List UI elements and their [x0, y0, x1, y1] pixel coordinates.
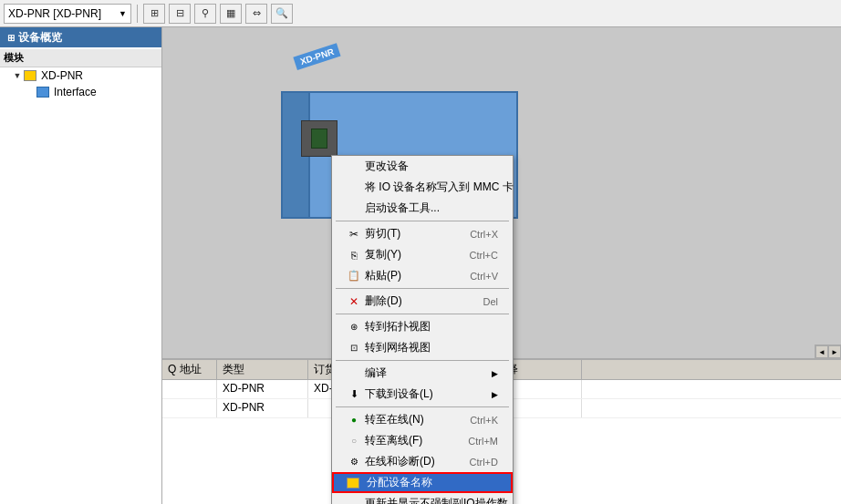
cut-shortcut: Ctrl+X — [470, 229, 498, 240]
menu-item-diag[interactable]: ⚙ 在线和诊断(D) Ctrl+D — [332, 451, 513, 472]
cell-type-1: XD-PNR — [217, 399, 308, 417]
menu-label-write-mmc: 将 IO 设备名称写入到 MMC 卡 — [365, 180, 514, 195]
go-online-icon: ● — [347, 415, 361, 425]
menu-sep-1 — [336, 221, 509, 221]
tree-item-interface[interactable]: ▶ Interface — [0, 84, 161, 100]
menu-label-assign-name: 分配设备名称 — [367, 475, 432, 490]
col-header-addr: Q 地址 — [162, 360, 217, 379]
menu-item-cut[interactable]: ✂ 剪切(T) Ctrl+X — [332, 223, 513, 244]
grid-button-2[interactable]: ⊟ — [169, 4, 191, 24]
expand-icon-xd-pnr[interactable]: ▼ — [13, 71, 22, 80]
main-toolbar: XD-PNR [XD-PNR] ▼ ⊞ ⊟ ⚲ ▦ ⇔ 🔍 — [0, 0, 841, 27]
download-icon: ⬇ — [347, 388, 361, 400]
paste-icon: 📋 — [347, 270, 361, 282]
menu-label-paste: 粘贴(P) — [365, 268, 401, 283]
dropdown-value: XD-PNR [XD-PNR] — [8, 7, 119, 20]
menu-sep-2 — [336, 288, 509, 289]
menu-item-assign-name[interactable]: 分配设备名称 — [332, 472, 513, 493]
device-overview-header: ⊞ 设备概览 — [0, 27, 161, 47]
menu-label-change-device: 更改设备 — [365, 159, 409, 174]
menu-label-download: 下载到设备(L) — [365, 386, 433, 402]
assign-icon — [347, 478, 359, 489]
menu-item-write-mmc[interactable]: 将 IO 设备名称写入到 MMC 卡 — [332, 177, 513, 198]
diag-icon: ⚙ — [347, 457, 361, 467]
network-view-icon: ⊡ — [347, 343, 361, 353]
left-panel: ⊞ 设备概览 模块 ▼ XD-PNR ▶ Interface — [0, 27, 162, 504]
scroll-right-icon[interactable]: ► — [828, 345, 841, 358]
cell-addr-0 — [162, 380, 217, 398]
device-dropdown[interactable]: XD-PNR [XD-PNR] ▼ — [4, 4, 131, 24]
menu-item-go-online[interactable]: ● 转至在线(N) Ctrl+K — [332, 409, 513, 430]
scroll-button[interactable]: ⇔ — [245, 4, 267, 24]
expand-icon-interface: ▶ — [26, 87, 35, 97]
menu-item-paste[interactable]: 📋 粘贴(P) Ctrl+V — [332, 265, 513, 286]
menu-item-network-view[interactable]: ⊡ 转到网络视图 — [332, 337, 513, 358]
separator1 — [137, 5, 138, 23]
cpu-icon — [24, 70, 36, 81]
menu-label-update-io: 更新并显示不强制副IO操作数 — [365, 496, 508, 504]
paste-shortcut: Ctrl+V — [470, 271, 498, 282]
menu-item-go-offline[interactable]: ○ 转至离线(F) Ctrl+M — [332, 430, 513, 451]
menu-label-diag: 在线和诊断(D) — [365, 454, 435, 469]
go-online-shortcut: Ctrl+K — [470, 415, 498, 426]
main-area: ⊞ 设备概览 模块 ▼ XD-PNR ▶ Interface — [0, 27, 841, 504]
go-offline-icon: ○ — [347, 436, 361, 446]
menu-item-copy[interactable]: ⎘ 复制(Y) Ctrl+C — [332, 244, 513, 265]
menu-label-compile: 编译 — [365, 365, 387, 381]
right-panel: XD-PNR DP-NORM ◄ ► — [162, 27, 841, 504]
diag-shortcut: Ctrl+D — [470, 457, 498, 468]
menu-label-cut: 剪切(T) — [365, 226, 400, 242]
menu-item-topology[interactable]: ⊛ 转到拓扑视图 — [332, 316, 513, 337]
tree-header: 模块 — [0, 49, 161, 67]
copy-shortcut: Ctrl+C — [470, 250, 498, 261]
cell-addr-1 — [162, 399, 217, 417]
menu-label-copy: 复制(Y) — [365, 247, 401, 262]
tree-item-xd-pnr[interactable]: ▼ XD-PNR — [0, 67, 161, 84]
scroll-left-icon[interactable]: ◄ — [815, 345, 828, 358]
zoom-search-button[interactable]: 🔍 — [271, 4, 293, 24]
dropdown-arrow-icon[interactable]: ▼ — [119, 9, 127, 18]
menu-item-update-io[interactable]: 更新并显示不强制副IO操作数 — [332, 493, 513, 504]
menu-item-compile[interactable]: 编译 — [332, 363, 513, 384]
cpu-module — [301, 120, 337, 157]
cell-type-0: XD-PNR — [217, 380, 308, 398]
menu-label-delete: 删除(D) — [365, 293, 402, 309]
overview-title: 设备概览 — [18, 30, 62, 46]
menu-item-download[interactable]: ⬇ 下载到设备(L) — [332, 384, 513, 405]
zoom-button[interactable]: ⚲ — [194, 4, 216, 24]
delete-icon: ✕ — [347, 295, 361, 308]
context-menu: 更改设备 将 IO 设备名称写入到 MMC 卡 启动设备工具... — [331, 155, 514, 504]
menu-label-topology: 转到拓扑视图 — [365, 319, 431, 334]
topology-icon: ⊛ — [347, 322, 361, 332]
net-icon — [36, 87, 49, 98]
tree-panel: 模块 ▼ XD-PNR ▶ Interface — [0, 47, 161, 504]
copy-icon: ⎘ — [347, 250, 361, 261]
menu-label-network-view: 转到网络视图 — [365, 340, 431, 355]
tree-label-xd-pnr: XD-PNR — [41, 69, 83, 82]
menu-label-launch-tool: 启动设备工具... — [365, 201, 440, 216]
col-header-type: 类型 — [217, 360, 308, 379]
go-offline-shortcut: Ctrl+M — [468, 436, 498, 447]
xd-pnr-label: XD-PNR — [293, 43, 341, 70]
menu-label-go-offline: 转至离线(F) — [365, 433, 422, 448]
scroll-controls: ◄ ► — [815, 345, 841, 358]
delete-shortcut: Del — [483, 296, 498, 307]
grid-button-1[interactable]: ⊞ — [143, 4, 165, 24]
overview-icon: ⊞ — [7, 33, 15, 43]
menu-item-delete[interactable]: ✕ 删除(D) Del — [332, 291, 513, 312]
menu-item-change-device[interactable]: 更改设备 — [332, 156, 513, 177]
menu-sep-4 — [336, 360, 509, 361]
menu-sep-3 — [336, 314, 509, 314]
menu-label-go-online: 转至在线(N) — [365, 412, 424, 427]
menu-item-launch-tool[interactable]: 启动设备工具... — [332, 198, 513, 219]
module-block — [311, 129, 327, 149]
tree-label-interface: Interface — [54, 86, 97, 98]
tree-col-module: 模块 — [4, 51, 24, 65]
cut-icon: ✂ — [347, 228, 361, 241]
menu-sep-5 — [336, 406, 509, 407]
grid-button-3[interactable]: ▦ — [220, 4, 242, 24]
